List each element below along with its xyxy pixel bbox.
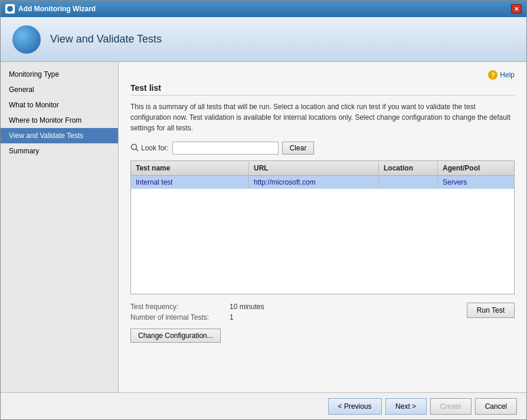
table-header: Test name URL Location Agent/Pool <box>131 161 514 176</box>
header-area: View and Validate Tests <box>1 17 526 62</box>
clear-button[interactable]: Clear <box>282 142 315 155</box>
sidebar-item-general[interactable]: General <box>1 82 118 97</box>
window-icon <box>5 4 15 14</box>
cell-test-name: Internal test <box>131 176 249 189</box>
col-test-name: Test name <box>131 161 249 175</box>
svg-point-1 <box>132 144 137 149</box>
info-row: Test frequency: 10 minutes Number of int… <box>130 303 515 321</box>
svg-line-2 <box>136 149 139 151</box>
sidebar-item-view-validate-tests[interactable]: View and Validate Tests <box>1 128 118 143</box>
sidebar-item-what-to-monitor[interactable]: What to Monitor <box>1 97 118 113</box>
main-panel: ? Help Test list This is a summary of al… <box>119 62 526 392</box>
look-for-row: Look for: Clear <box>130 142 515 155</box>
section-title: Test list <box>130 83 515 96</box>
cancel-button[interactable]: Cancel <box>475 398 517 415</box>
help-icon: ? <box>488 70 497 80</box>
next-button[interactable]: Next > <box>385 398 427 415</box>
run-test-button[interactable]: Run Test <box>467 303 515 318</box>
close-button[interactable]: ✕ <box>511 4 522 14</box>
svg-point-0 <box>7 6 13 12</box>
description-text: This is a summary of all tests that will… <box>130 101 515 133</box>
internal-tests-value: 1 <box>230 313 234 321</box>
change-configuration-button[interactable]: Change Configuration... <box>130 329 221 343</box>
col-location: Location <box>379 161 438 175</box>
col-agent-pool: Agent/Pool <box>438 161 514 175</box>
info-labels: Test frequency: 10 minutes Number of int… <box>130 303 264 321</box>
help-link[interactable]: ? Help <box>488 70 515 80</box>
wizard-icon <box>12 25 41 54</box>
previous-button[interactable]: < Previous <box>328 398 382 415</box>
test-table: Test name URL Location Agent/Pool Intern… <box>130 160 515 294</box>
cell-location <box>379 176 438 189</box>
sidebar-item-monitoring-type[interactable]: Monitoring Type <box>1 67 118 82</box>
help-label: Help <box>500 71 515 79</box>
internal-tests-label: Number of internal Tests: <box>130 313 225 321</box>
table-row[interactable]: Internal test http://microsoft.com Serve… <box>131 176 514 189</box>
help-row: ? Help <box>130 70 515 80</box>
header-title: View and Validate Tests <box>50 33 162 45</box>
create-button[interactable]: Create <box>430 398 472 415</box>
cell-url: http://microsoft.com <box>249 176 379 189</box>
sidebar-item-where-monitor-from[interactable]: Where to Monitor From <box>1 113 118 128</box>
cell-agent-pool: Servers <box>438 176 514 189</box>
table-body: Internal test http://microsoft.com Serve… <box>131 176 514 294</box>
title-bar: Add Monitoring Wizard ✕ <box>1 1 526 17</box>
internal-tests-line: Number of internal Tests: 1 <box>130 313 264 321</box>
search-input[interactable] <box>172 142 279 155</box>
frequency-label: Test frequency: <box>130 303 225 311</box>
sidebar-item-summary[interactable]: Summary <box>1 143 118 159</box>
sidebar: Monitoring Type General What to Monitor … <box>1 62 119 392</box>
frequency-value: 10 minutes <box>230 303 264 311</box>
search-icon <box>130 143 139 153</box>
look-for-label: Look for: <box>130 143 169 153</box>
frequency-line: Test frequency: 10 minutes <box>130 303 264 311</box>
wizard-window: Add Monitoring Wizard ✕ View and Validat… <box>0 0 527 420</box>
col-url: URL <box>249 161 379 175</box>
footer: < Previous Next > Create Cancel <box>1 392 526 419</box>
window-title: Add Monitoring Wizard <box>18 5 96 13</box>
content-area: Monitoring Type General What to Monitor … <box>1 62 526 392</box>
